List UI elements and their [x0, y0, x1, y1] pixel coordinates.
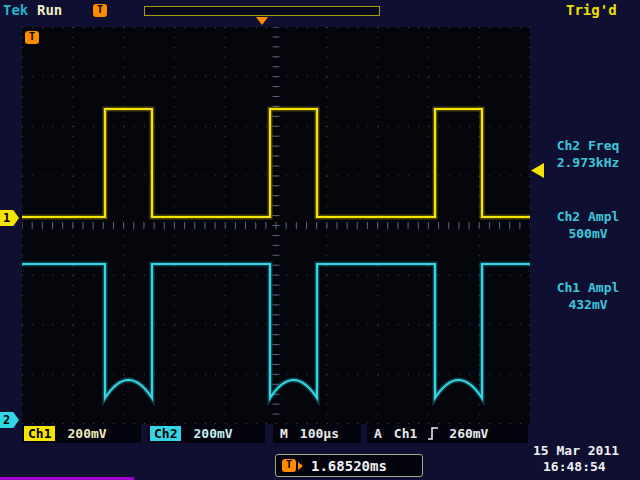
ch2-scale-box: Ch2 200mV: [148, 424, 265, 443]
measurement-value: 500mV: [538, 225, 638, 242]
record-view-bar: [144, 6, 380, 16]
timebase-label: M: [280, 426, 288, 441]
trigger-status: Trig'd: [566, 2, 617, 18]
tek-logo: Tek: [3, 2, 28, 18]
trigger-delay-box: T 1.68520ms: [275, 454, 423, 477]
trigger-t-badge-top: T: [93, 4, 107, 17]
rising-edge-icon: [427, 426, 439, 441]
waveform-plot: [22, 27, 530, 424]
measurement-label: Ch1 Ampl: [538, 279, 638, 296]
ch1-scale-value: 200mV: [67, 426, 106, 441]
date-value: 15 Mar 2011: [533, 443, 619, 459]
timebase-value: 100µs: [300, 426, 339, 441]
trigger-mode-label: A: [374, 426, 382, 441]
oscilloscope-screen: Tek Run T Trig'd T 1 2 Ch2 Freq 2.973kHz…: [0, 0, 640, 480]
trigger-delay-arrow-icon: [298, 462, 303, 470]
measurement-ch2-freq: Ch2 Freq 2.973kHz: [538, 137, 638, 171]
trigger-box: A Ch1 260mV: [367, 424, 528, 443]
timebase-box: M 100µs: [273, 424, 361, 443]
trigger-position-marker-icon: [256, 17, 268, 25]
trigger-level-value: 260mV: [449, 426, 488, 441]
ch2-position-marker: 2: [0, 412, 19, 428]
measurement-label: Ch2 Freq: [538, 137, 638, 154]
datetime-readout: 15 Mar 2011 16:48:54: [533, 443, 619, 475]
time-value: 16:48:54: [543, 459, 619, 475]
measurement-ch2-ampl: Ch2 Ampl 500mV: [538, 208, 638, 242]
measurement-value: 432mV: [538, 296, 638, 313]
trigger-t-badge-delay: T: [282, 459, 296, 472]
measurement-value: 2.973kHz: [538, 154, 638, 171]
status-bar: Ch1 200mV Ch2 200mV M 100µs A Ch1 260mV: [22, 424, 528, 443]
measurement-ch1-ampl: Ch1 Ampl 432mV: [538, 279, 638, 313]
ch1-badge: Ch1: [24, 426, 55, 441]
ch2-badge: Ch2: [150, 426, 181, 441]
ch1-position-marker: 1: [0, 210, 19, 226]
acquisition-status: Run: [37, 2, 62, 18]
measurement-panel: Ch2 Freq 2.973kHz Ch2 Ampl 500mV Ch1 Amp…: [538, 137, 638, 350]
graticule-display: T: [22, 27, 530, 424]
measurement-label: Ch2 Ampl: [538, 208, 638, 225]
trigger-source: Ch1: [394, 426, 417, 441]
trigger-delay-value: 1.68520ms: [311, 458, 387, 474]
trigger-t-badge-graticule: T: [25, 31, 39, 44]
ch1-scale-box: Ch1 200mV: [22, 424, 141, 443]
ch2-scale-value: 200mV: [193, 426, 232, 441]
